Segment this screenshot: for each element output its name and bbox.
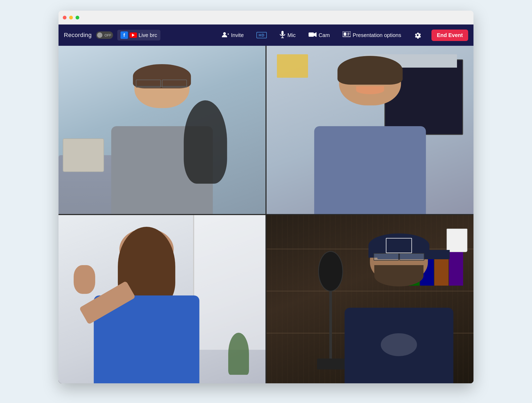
youtube-play-icon (132, 34, 135, 37)
recording-toggle[interactable]: OFF (96, 31, 113, 39)
mic-label: Mic (288, 32, 296, 38)
video-cell-2 (267, 46, 473, 214)
presentation-icon (343, 31, 351, 39)
toolbar: Recording OFF f Live brc (59, 24, 473, 46)
recording-label: Recording (64, 32, 92, 39)
svg-point-0 (223, 32, 226, 35)
svg-rect-9 (344, 32, 346, 36)
maximize-button[interactable] (76, 16, 79, 19)
cam-icon (309, 32, 317, 39)
presentation-button[interactable]: Presentation options (340, 30, 404, 41)
video-cell-3 (59, 215, 265, 383)
cam-label: Cam (319, 32, 330, 38)
minimize-button[interactable] (69, 16, 73, 19)
youtube-icon (130, 32, 137, 38)
settings-button[interactable] (411, 30, 424, 40)
svg-rect-3 (281, 31, 284, 35)
live-broadcast-area[interactable]: f Live brc (117, 30, 160, 40)
invite-label: Invite (231, 32, 244, 38)
gear-icon (414, 31, 421, 39)
cam-button[interactable]: Cam (306, 30, 332, 40)
video-cell-4 (267, 215, 473, 383)
toolbar-right: Invite HD Mic (219, 29, 468, 41)
hd-badge: HD (256, 32, 267, 38)
video-grid (59, 46, 473, 383)
toolbar-left: Recording OFF f Live brc (64, 30, 219, 40)
title-bar (59, 11, 473, 24)
app-window: Recording OFF f Live brc (59, 11, 473, 383)
invite-button[interactable]: Invite (219, 30, 246, 41)
video-cell-1 (59, 46, 265, 214)
close-button[interactable] (63, 16, 66, 19)
toggle-knob (97, 32, 102, 38)
svg-rect-6 (309, 32, 314, 37)
live-broadcast-label: Live brc (139, 32, 157, 38)
svg-marker-7 (314, 32, 317, 37)
invite-icon (222, 31, 229, 39)
toggle-state-label: OFF (105, 33, 111, 37)
facebook-icon: f (120, 31, 128, 39)
hd-button[interactable]: HD (254, 30, 269, 40)
mic-button[interactable]: Mic (277, 29, 298, 41)
end-event-button[interactable]: End Event (431, 30, 468, 41)
mic-icon (280, 31, 285, 40)
presentation-label: Presentation options (353, 32, 401, 38)
